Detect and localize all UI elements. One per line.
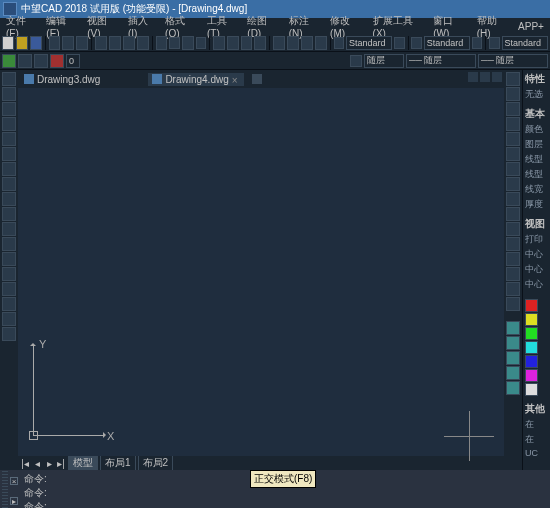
hatch-icon[interactable] bbox=[2, 267, 16, 281]
publish-icon[interactable] bbox=[76, 36, 88, 50]
designcenter-icon[interactable] bbox=[287, 36, 299, 50]
command-close-icon[interactable]: × bbox=[10, 477, 18, 485]
extend-icon[interactable] bbox=[506, 222, 520, 236]
color-select[interactable]: 随层 bbox=[364, 54, 404, 68]
point-icon[interactable] bbox=[2, 252, 16, 266]
prop-center3[interactable]: 中心 bbox=[525, 278, 548, 291]
linetype-select[interactable]: ── 随层 bbox=[406, 54, 476, 68]
save-icon[interactable] bbox=[30, 36, 42, 50]
dim-tool-icon[interactable] bbox=[394, 37, 404, 49]
prop-center1[interactable]: 中心 bbox=[525, 248, 548, 261]
prop-linetype[interactable]: 线型 bbox=[525, 153, 548, 166]
color-cyan[interactable] bbox=[525, 341, 538, 354]
break-icon[interactable] bbox=[506, 237, 520, 251]
preview-icon[interactable] bbox=[62, 36, 74, 50]
color-yellow[interactable] bbox=[525, 313, 538, 326]
prop-plot[interactable]: 打印 bbox=[525, 233, 548, 246]
paste-icon[interactable] bbox=[123, 36, 135, 50]
lineweight-select[interactable]: ── 随层 bbox=[478, 54, 548, 68]
layer-state-icon[interactable] bbox=[18, 54, 32, 68]
close-icon[interactable]: × bbox=[232, 75, 240, 83]
redo-icon[interactable] bbox=[182, 36, 194, 50]
join-icon[interactable] bbox=[506, 252, 520, 266]
color-blue[interactable] bbox=[525, 355, 538, 368]
rotate-icon[interactable] bbox=[506, 162, 520, 176]
revcloud-icon[interactable] bbox=[2, 162, 16, 176]
tab-first-icon[interactable]: |◂ bbox=[20, 458, 30, 468]
tab-layout2[interactable]: 布局2 bbox=[138, 455, 174, 471]
layer-freeze-icon[interactable] bbox=[34, 54, 48, 68]
tablestyle-select[interactable]: Standard bbox=[502, 36, 548, 50]
chamfer-icon[interactable] bbox=[506, 267, 520, 281]
pline-icon[interactable] bbox=[2, 87, 16, 101]
color-magenta[interactable] bbox=[525, 369, 538, 382]
insert-block-icon[interactable] bbox=[2, 222, 16, 236]
line-icon[interactable] bbox=[2, 72, 16, 86]
tab-layout1[interactable]: 布局1 bbox=[100, 455, 136, 471]
prop-misc2[interactable]: 在 bbox=[525, 433, 548, 446]
circle-icon[interactable] bbox=[2, 147, 16, 161]
spline-icon[interactable] bbox=[2, 177, 16, 191]
command-grip-icon[interactable] bbox=[2, 471, 8, 508]
stretch-icon[interactable] bbox=[506, 192, 520, 206]
text-a-icon[interactable] bbox=[411, 37, 421, 49]
prop-color[interactable]: 颜色 bbox=[525, 123, 548, 136]
zoom-icon[interactable] bbox=[227, 36, 239, 50]
dimstyle-select[interactable]: Standard bbox=[346, 36, 392, 50]
zoom-prev-icon[interactable] bbox=[254, 36, 266, 50]
copy-obj-icon[interactable] bbox=[506, 87, 520, 101]
copy-icon[interactable] bbox=[109, 36, 121, 50]
text-tool-icon[interactable] bbox=[472, 37, 482, 49]
arc-icon[interactable] bbox=[2, 132, 16, 146]
color-green[interactable] bbox=[525, 327, 538, 340]
matchprop-icon[interactable] bbox=[137, 36, 149, 50]
draworder5-icon[interactable] bbox=[506, 381, 520, 395]
open-icon[interactable] bbox=[16, 36, 28, 50]
ellipse-arc-icon[interactable] bbox=[2, 207, 16, 221]
new-tab-icon[interactable] bbox=[252, 74, 262, 84]
table-a-icon[interactable] bbox=[489, 37, 499, 49]
pan-icon[interactable] bbox=[213, 36, 225, 50]
properties-icon[interactable] bbox=[273, 36, 285, 50]
scale-icon[interactable] bbox=[506, 177, 520, 191]
make-block-icon[interactable] bbox=[2, 237, 16, 251]
draworder2-icon[interactable] bbox=[506, 336, 520, 350]
prop-ucs[interactable]: UC bbox=[525, 448, 548, 458]
dim-arrow-icon[interactable] bbox=[334, 37, 344, 49]
redo-dropdown-icon[interactable] bbox=[196, 37, 206, 49]
layer-color-icon[interactable] bbox=[50, 54, 64, 68]
mirror-icon[interactable] bbox=[506, 102, 520, 116]
ellipse-icon[interactable] bbox=[2, 192, 16, 206]
tab-drawing4[interactable]: Drawing4.dwg × bbox=[148, 73, 243, 86]
fillet-icon[interactable] bbox=[506, 282, 520, 296]
region-icon[interactable] bbox=[2, 297, 16, 311]
close-icon[interactable] bbox=[492, 72, 502, 82]
prop-misc1[interactable]: 在 bbox=[525, 418, 548, 431]
prop-center2[interactable]: 中心 bbox=[525, 263, 548, 276]
gradient-icon[interactable] bbox=[2, 282, 16, 296]
menu-app[interactable]: APP+ bbox=[518, 21, 544, 32]
toolpalette-icon[interactable] bbox=[301, 36, 313, 50]
prop-lineweight[interactable]: 线宽 bbox=[525, 183, 548, 196]
draworder-icon[interactable] bbox=[506, 321, 520, 335]
prop-layer[interactable]: 图层 bbox=[525, 138, 548, 151]
tab-next-icon[interactable]: ▸ bbox=[44, 458, 54, 468]
undo-dropdown-icon[interactable] bbox=[169, 37, 179, 49]
new-icon[interactable] bbox=[2, 36, 14, 50]
tab-drawing3[interactable]: Drawing3.dwg bbox=[20, 73, 104, 86]
explode-icon[interactable] bbox=[506, 297, 520, 311]
trim-icon[interactable] bbox=[506, 207, 520, 221]
array-icon[interactable] bbox=[506, 132, 520, 146]
layer-manager-icon[interactable] bbox=[2, 54, 16, 68]
undo-icon[interactable] bbox=[156, 36, 168, 50]
prop-thickness[interactable]: 厚度 bbox=[525, 198, 548, 211]
print-icon[interactable] bbox=[49, 36, 61, 50]
zoom-window-icon[interactable] bbox=[241, 36, 253, 50]
color-red[interactable] bbox=[525, 299, 538, 312]
restore-icon[interactable] bbox=[480, 72, 490, 82]
mtext-icon[interactable] bbox=[2, 327, 16, 341]
draworder3-icon[interactable] bbox=[506, 351, 520, 365]
tab-model[interactable]: 模型 bbox=[68, 455, 98, 471]
drawing-canvas[interactable]: Y X bbox=[18, 88, 504, 456]
polygon-icon[interactable] bbox=[2, 102, 16, 116]
